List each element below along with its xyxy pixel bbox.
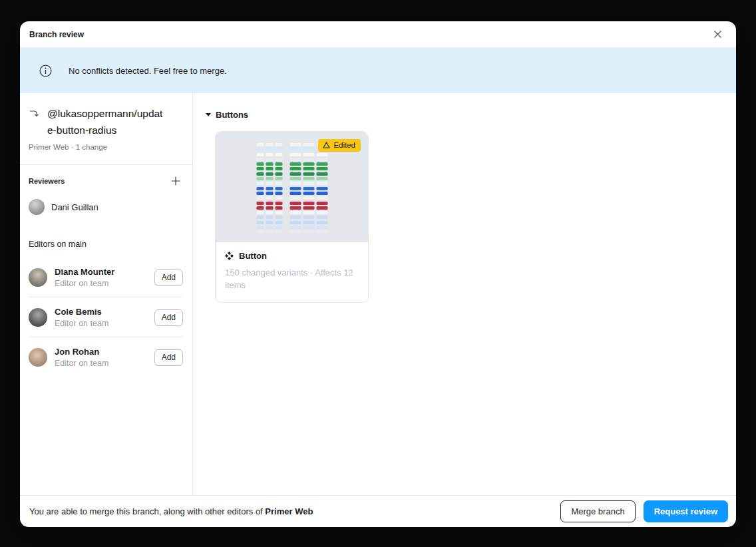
- dialog-title: Branch review: [29, 30, 84, 39]
- footer-project-name: Primer Web: [265, 506, 313, 516]
- reviewer-row: Dani Guillan: [29, 199, 183, 215]
- triangle-down-icon: [206, 113, 211, 116]
- add-reviewer-button[interactable]: [168, 174, 183, 188]
- branch-section: @lukasoppermann/update-button-radius Pri…: [20, 93, 192, 164]
- footer-message: You are able to merge this branch, along…: [29, 506, 313, 516]
- close-button[interactable]: [709, 27, 725, 43]
- editors-on-main-label: Editors on main: [29, 240, 183, 249]
- avatar: [29, 308, 47, 327]
- add-editor-button[interactable]: Add: [154, 270, 183, 286]
- component-thumbnail: Edited: [216, 132, 368, 242]
- dialog-body: @lukasoppermann/update-button-radius Pri…: [20, 93, 736, 495]
- branch-arrow-icon: [29, 108, 40, 138]
- banner-message: No conflicts detected. Feel free to merg…: [69, 66, 227, 76]
- sidebar: @lukasoppermann/update-button-radius Pri…: [20, 93, 193, 495]
- editor-name: Cole Bemis: [55, 307, 108, 317]
- dialog-header: Branch review: [20, 21, 736, 48]
- plus-icon: [170, 176, 181, 186]
- branch-name: @lukasoppermann/update-button-radius: [47, 105, 167, 138]
- editor-name: Diana Mounter: [55, 267, 114, 277]
- changed-component-card[interactable]: Edited Button: [215, 131, 369, 303]
- avatar: [29, 199, 45, 215]
- reviewers-label: Reviewers: [29, 177, 65, 185]
- avatar: [29, 348, 47, 367]
- editor-role: Editor on team: [55, 279, 114, 288]
- merge-status-banner: No conflicts detected. Feel free to merg…: [20, 48, 736, 93]
- editors-list: Diana Mounter Editor on team Add Cole Be…: [29, 258, 183, 377]
- avatar: [29, 268, 47, 287]
- request-review-button[interactable]: Request review: [644, 500, 728, 522]
- info-circle-icon: [39, 65, 52, 77]
- badge-label: Edited: [333, 141, 355, 149]
- reviewer-name: Dani Guillan: [51, 202, 98, 212]
- component-name: Button: [239, 251, 267, 261]
- editor-row: Jon Rohan Editor on team Add: [29, 337, 183, 377]
- editor-role: Editor on team: [55, 319, 108, 328]
- editor-role: Editor on team: [55, 359, 108, 368]
- merge-branch-button[interactable]: Merge branch: [560, 500, 635, 522]
- editor-row: Cole Bemis Editor on team Add: [29, 297, 183, 337]
- branch-review-dialog: Branch review No conflicts detected. Fee…: [20, 21, 736, 527]
- dialog-footer: You are able to merge this branch, along…: [20, 495, 736, 527]
- section-label: Buttons: [216, 110, 248, 120]
- card-info: Button 150 changed variants · Affects 12…: [216, 242, 368, 302]
- thumbnail-grid: [256, 143, 327, 234]
- component-meta: 150 changed variants · Affects 12 items: [225, 267, 359, 292]
- editor-name: Jon Rohan: [55, 347, 108, 357]
- branch-meta: Primer Web · 1 change: [29, 143, 183, 151]
- close-icon: [713, 29, 723, 39]
- changes-panel: Buttons Edited: [193, 93, 736, 495]
- reviewers-section: Reviewers Dani Guillan Editors on main: [20, 164, 192, 377]
- add-editor-button[interactable]: Add: [154, 309, 183, 326]
- add-editor-button[interactable]: Add: [154, 349, 183, 366]
- component-diamonds-icon: [225, 252, 234, 260]
- section-header-buttons[interactable]: Buttons: [206, 110, 248, 120]
- edited-badge: Edited: [318, 139, 361, 152]
- warning-triangle-icon: [323, 142, 330, 148]
- editor-row: Diana Mounter Editor on team Add: [29, 258, 183, 297]
